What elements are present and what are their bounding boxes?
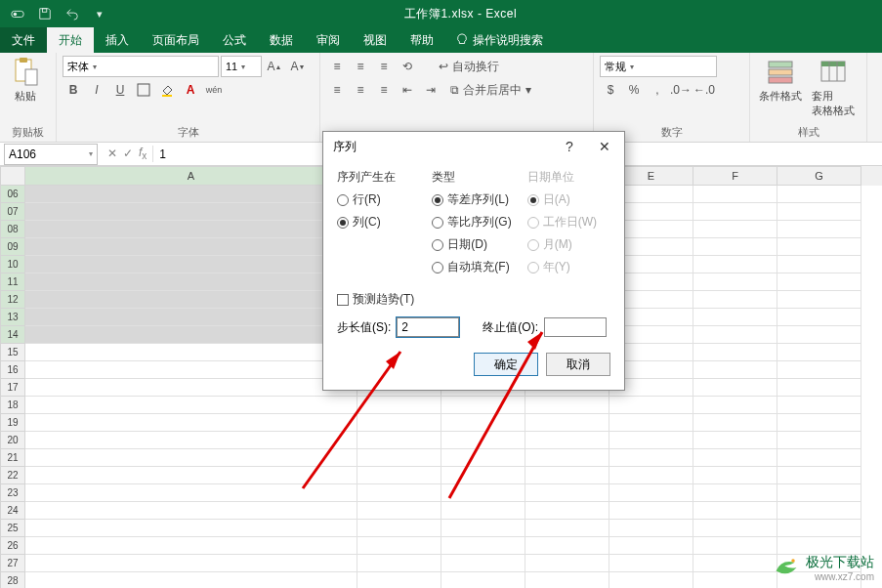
cell[interactable] (693, 361, 777, 379)
cell[interactable] (25, 344, 357, 361)
cell[interactable] (609, 520, 693, 537)
cell[interactable] (777, 467, 861, 484)
row-header[interactable]: 21 (0, 449, 25, 467)
underline-button[interactable]: U (109, 79, 131, 101)
row-header[interactable]: 07 (0, 203, 25, 221)
paste-button[interactable]: 粘贴 (6, 56, 45, 104)
cell[interactable] (25, 432, 357, 449)
cell[interactable] (777, 186, 861, 203)
tab-data[interactable]: 数据 (258, 27, 305, 53)
cell[interactable] (357, 467, 441, 484)
cell[interactable] (777, 379, 861, 397)
cell[interactable] (441, 467, 525, 484)
cell[interactable] (25, 555, 357, 572)
cell[interactable] (777, 256, 861, 273)
cell[interactable] (25, 238, 357, 256)
cell[interactable] (525, 572, 609, 588)
opt-date[interactable]: 日期(D) (432, 236, 515, 253)
cell[interactable] (609, 502, 693, 520)
cell[interactable] (525, 397, 609, 414)
save-icon[interactable] (33, 3, 57, 24)
cell[interactable] (609, 449, 693, 467)
step-value-input[interactable] (397, 317, 459, 337)
align-bottom-button[interactable]: ≡ (373, 56, 395, 77)
col-header-F[interactable]: F (693, 166, 777, 186)
cell[interactable] (609, 432, 693, 449)
cell[interactable] (25, 467, 357, 484)
cell[interactable] (693, 326, 777, 344)
font-color-button[interactable]: A (180, 79, 201, 101)
decrease-decimal-button[interactable]: ←.0 (693, 79, 715, 101)
undo-icon[interactable] (61, 3, 84, 24)
cell[interactable] (357, 520, 441, 537)
cell[interactable] (25, 256, 357, 273)
cell[interactable] (693, 379, 777, 397)
opt-linear[interactable]: 等差序列(L) (432, 191, 515, 208)
chk-trend[interactable]: 预测趋势(T) (337, 291, 610, 308)
cell[interactable] (25, 537, 357, 555)
cell[interactable] (777, 344, 861, 361)
cell[interactable] (693, 397, 777, 414)
cell[interactable] (693, 449, 777, 467)
stop-value-input[interactable] (544, 317, 607, 337)
cell[interactable] (441, 484, 525, 502)
cell[interactable] (777, 484, 861, 502)
cell[interactable] (693, 467, 777, 484)
row-header[interactable]: 11 (0, 273, 25, 291)
cell[interactable] (25, 572, 357, 588)
align-middle-button[interactable]: ≡ (350, 56, 371, 77)
orientation-button[interactable]: ⟲ (397, 56, 418, 77)
cell[interactable] (25, 361, 357, 379)
row-header[interactable]: 23 (0, 484, 25, 502)
indent-decrease-button[interactable]: ⇤ (397, 79, 418, 101)
cell[interactable] (777, 291, 861, 309)
enter-formula-icon[interactable]: ✓ (123, 147, 133, 160)
col-header-A[interactable]: A (25, 166, 357, 186)
comma-format-button[interactable]: , (647, 79, 668, 101)
cell[interactable] (693, 572, 777, 588)
cell[interactable] (25, 520, 357, 537)
tell-me-search[interactable]: 操作说明搜索 (445, 27, 553, 53)
cell[interactable] (693, 273, 777, 291)
increase-font-button[interactable]: A▲ (264, 56, 285, 77)
cell[interactable] (357, 555, 441, 572)
opt-row[interactable]: 行(R) (337, 191, 420, 208)
cell[interactable] (357, 537, 441, 555)
wrap-text-button[interactable]: ↩自动换行 (432, 56, 506, 77)
cell[interactable] (25, 502, 357, 520)
cell[interactable] (25, 397, 357, 414)
cell[interactable] (357, 572, 441, 588)
row-header[interactable]: 06 (0, 186, 25, 203)
col-header-G[interactable]: G (777, 166, 861, 186)
cell[interactable] (25, 326, 357, 344)
cell[interactable] (693, 520, 777, 537)
dialog-help-button[interactable]: ? (560, 137, 579, 156)
cell[interactable] (777, 397, 861, 414)
cell[interactable] (25, 449, 357, 467)
row-header[interactable]: 18 (0, 397, 25, 414)
dialog-close-button[interactable]: ✕ (595, 137, 614, 156)
decrease-font-button[interactable]: A▼ (287, 56, 309, 77)
opt-col[interactable]: 列(C) (337, 214, 420, 231)
cell[interactable] (777, 361, 861, 379)
cell[interactable] (525, 449, 609, 467)
cell[interactable] (525, 484, 609, 502)
bold-button[interactable]: B (63, 79, 84, 101)
row-header[interactable]: 13 (0, 309, 25, 326)
fx-icon[interactable]: fx (139, 146, 147, 161)
cell[interactable] (609, 414, 693, 432)
cell[interactable] (693, 344, 777, 361)
cell[interactable] (441, 502, 525, 520)
table-style-button[interactable]: 套用 表格格式 (809, 56, 858, 118)
row-header[interactable]: 19 (0, 414, 25, 432)
cell[interactable] (357, 397, 441, 414)
cell[interactable] (693, 309, 777, 326)
row-header[interactable]: 25 (0, 520, 25, 537)
cell[interactable] (525, 432, 609, 449)
italic-button[interactable]: I (86, 79, 107, 101)
cell[interactable] (25, 221, 357, 238)
cell[interactable] (525, 555, 609, 572)
cell[interactable] (777, 203, 861, 221)
cell[interactable] (693, 537, 777, 555)
row-header[interactable]: 26 (0, 537, 25, 555)
